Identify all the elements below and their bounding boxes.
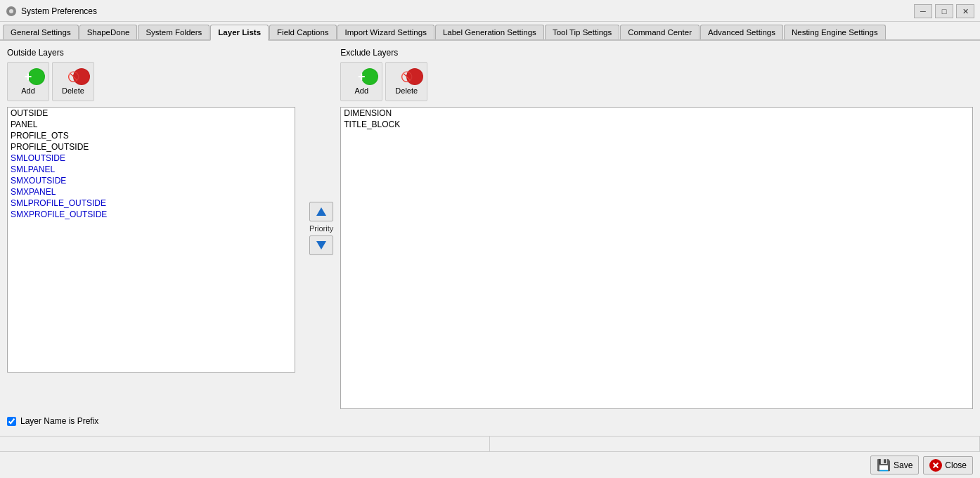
tab-layerlists[interactable]: Layer Lists — [210, 25, 269, 41]
outside-add-label: Add — [21, 86, 35, 95]
tab-labelgeneration[interactable]: Label Generation Settings — [435, 25, 544, 39]
footer-bar: 💾 Save Close — [0, 451, 980, 478]
layer-name-prefix-label: Layer Name is Prefix — [20, 416, 98, 426]
exclude-add-label: Add — [354, 86, 368, 95]
priority-label: Priority — [309, 224, 333, 233]
exclude-delete-label: Delete — [395, 86, 418, 95]
list-item[interactable]: OUTSIDE — [8, 108, 295, 119]
exclude-layers-list[interactable]: DIMENSION TITLE_BLOCK — [340, 107, 973, 409]
close-icon — [929, 459, 942, 472]
outside-layers-toolbar: Add Delete — [7, 62, 302, 101]
list-item[interactable]: SMXOUTSIDE — [8, 175, 295, 186]
close-button[interactable]: Close — [923, 456, 973, 474]
outside-layers-list[interactable]: OUTSIDE PANEL PROFILE_OTS PROFILE_OUTSID… — [7, 107, 295, 373]
tab-general[interactable]: General Settings — [3, 25, 79, 39]
main-content: Outside Layers Add Delete OUTSIDE PANEL … — [0, 41, 980, 436]
close-window-button[interactable]: ✕ — [956, 4, 974, 18]
status-segment-1 — [0, 437, 490, 451]
tab-importwizard[interactable]: Import Wizard Settings — [337, 25, 434, 39]
list-item[interactable]: TITLE_BLOCK — [341, 119, 972, 130]
list-item[interactable]: SMXPROFILE_OUTSIDE — [8, 209, 295, 220]
exclude-layers-label: Exclude Layers — [340, 48, 973, 58]
outside-layers-panel: Outside Layers Add Delete OUTSIDE PANEL … — [7, 48, 302, 409]
tab-advancedsettings[interactable]: Advanced Settings — [700, 25, 783, 39]
priority-section: Priority — [302, 48, 340, 409]
list-item[interactable]: PROFILE_OTS — [8, 130, 295, 141]
arrow-down-icon — [316, 241, 326, 250]
window-controls: ─ □ ✕ — [914, 4, 974, 18]
list-item[interactable]: PANEL — [8, 119, 295, 130]
close-label: Close — [945, 460, 967, 470]
save-icon: 💾 — [877, 458, 891, 472]
checkbox-row: Layer Name is Prefix — [7, 413, 973, 429]
list-item[interactable]: DIMENSION — [341, 108, 972, 119]
app-icon — [6, 6, 17, 17]
outside-layers-label: Outside Layers — [7, 48, 302, 58]
tab-commandcenter[interactable]: Command Center — [620, 25, 699, 39]
add-icon — [20, 68, 37, 85]
delete-icon — [65, 68, 82, 85]
tab-tooltipsettings[interactable]: Tool Tip Settings — [545, 25, 619, 39]
arrow-up-icon — [316, 207, 326, 216]
maximize-button[interactable]: □ — [935, 4, 953, 18]
list-item[interactable]: SMLPANEL — [8, 164, 295, 175]
tab-nestingengine[interactable]: Nesting Engine Settings — [784, 25, 886, 39]
outside-layers-add-button[interactable]: Add — [7, 62, 49, 101]
exclude-layers-panel: Exclude Layers Add Delete DIMENSION TITL… — [340, 48, 973, 409]
outside-delete-label: Delete — [62, 86, 84, 95]
list-item[interactable]: PROFILE_OUTSIDE — [8, 141, 295, 153]
list-item[interactable]: SMLPROFILE_OUTSIDE — [8, 198, 295, 209]
status-bar — [0, 436, 980, 451]
save-button[interactable]: 💾 Save — [870, 456, 919, 474]
exclude-layers-toolbar: Add Delete — [340, 62, 973, 101]
outside-layers-delete-button[interactable]: Delete — [52, 62, 94, 101]
priority-up-button[interactable] — [309, 202, 333, 221]
tab-fieldcaptions[interactable]: Field Captions — [269, 25, 337, 39]
status-segment-2 — [490, 437, 980, 451]
svg-point-1 — [9, 9, 13, 13]
save-label: Save — [894, 460, 913, 470]
exclude-layers-delete-button[interactable]: Delete — [385, 62, 427, 101]
exclude-layers-add-button[interactable]: Add — [340, 62, 382, 101]
tab-systemfolders[interactable]: System Folders — [138, 25, 209, 39]
priority-down-button[interactable] — [309, 235, 333, 255]
list-item[interactable]: SMLOUTSIDE — [8, 153, 295, 164]
list-item[interactable]: SMXPANEL — [8, 186, 295, 198]
add-icon-2 — [353, 68, 370, 85]
window-title: System Preferences — [21, 6, 97, 16]
title-bar: System Preferences ─ □ ✕ — [0, 0, 980, 22]
tab-shapedone[interactable]: ShapeDone — [79, 25, 138, 39]
layer-name-prefix-checkbox[interactable] — [7, 417, 16, 426]
tabs-bar: General Settings ShapeDone System Folder… — [0, 22, 980, 41]
minimize-button[interactable]: ─ — [914, 4, 932, 18]
panels-row: Outside Layers Add Delete OUTSIDE PANEL … — [7, 48, 973, 409]
delete-icon-2 — [398, 68, 415, 85]
